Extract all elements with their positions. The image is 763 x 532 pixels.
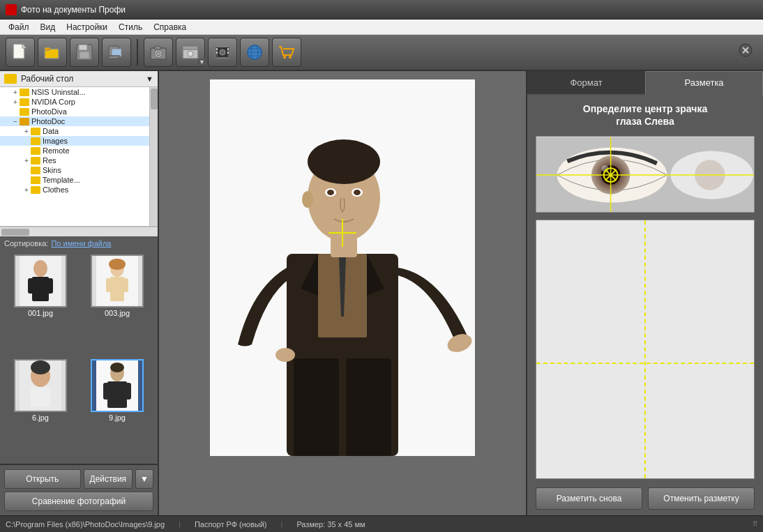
expand-nvidia[interactable]: + [11, 98, 20, 106]
toolbar-import-btn[interactable] [102, 38, 131, 67]
thumb-img-9[interactable] [91, 359, 144, 412]
svg-point-31 [289, 56, 292, 59]
tree-item-data[interactable]: + Data [0, 126, 158, 136]
tree-item-clothes[interactable]: + Clothes [0, 185, 158, 195]
toolbar-new-btn[interactable] [6, 38, 35, 67]
center-panel [159, 71, 526, 515]
tree-item-photodoc[interactable]: − PhotoDoc [0, 116, 158, 126]
thumb-img-003[interactable] [91, 254, 144, 307]
photo-dropdown[interactable]: ▼ [197, 59, 206, 66]
svg-rect-5 [79, 45, 87, 50]
tree-label-photodoc: PhotoDoc [31, 117, 65, 126]
folder-icon-photodiva [20, 108, 29, 116]
menu-settings[interactable]: Настройки [61, 21, 113, 33]
expand-nsis[interactable]: + [11, 89, 20, 96]
svg-rect-49 [31, 387, 50, 406]
right-title: Определите центр зрачкаглаза Слева [527, 96, 763, 132]
svg-point-12 [156, 52, 160, 56]
actions-dropdown-button[interactable]: ▼ [135, 469, 153, 489]
status-sep-1: | [179, 520, 181, 529]
expand-res[interactable]: + [22, 157, 31, 165]
main-layout: Рабочий стол ▼ + NSIS Uninstal... + NVID… [0, 71, 763, 515]
svg-point-69 [302, 191, 313, 208]
thumb-label-001: 001.jpg [28, 309, 53, 317]
folder-icon-skins [31, 167, 40, 174]
toolbar: ▼ [0, 35, 763, 71]
svg-rect-21 [216, 52, 218, 54]
right-panel: Формат Разметка Определите центр зрачкаг… [526, 71, 763, 515]
thumb-label-6: 6.jpg [32, 413, 49, 422]
expand-photodoc[interactable]: − [11, 118, 20, 126]
tree-label-photodiva: PhotoDiva [31, 107, 67, 116]
tree-scrollbar-v[interactable] [149, 87, 158, 226]
right-content: Определите центр зрачкаглаза Слева [527, 96, 763, 482]
toolbar-open-btn[interactable] [38, 38, 67, 67]
compare-button[interactable]: Сравнение фотографий [4, 492, 153, 511]
svg-rect-23 [227, 52, 229, 54]
tree-scrollbar-h[interactable] [0, 227, 158, 236]
photo-canvas[interactable] [210, 79, 475, 456]
thumb-item-001[interactable]: 001.jpg [4, 254, 77, 355]
thumb-img-6[interactable] [14, 359, 67, 412]
tree-item-res[interactable]: + Res [0, 155, 158, 165]
svg-rect-72 [346, 358, 391, 456]
svg-point-36 [33, 260, 47, 277]
toolbar-cart-btn[interactable] [272, 38, 301, 67]
svg-point-48 [31, 360, 50, 374]
tree-item-nsis[interactable]: + NSIS Uninstal... [0, 87, 158, 97]
toolbar-globe-btn[interactable] [240, 38, 269, 67]
right-lower-area[interactable] [536, 220, 755, 479]
menu-style[interactable]: Стиль [113, 21, 148, 33]
thumb-item-6[interactable]: 6.jpg [4, 359, 77, 459]
toolbar-camera-btn[interactable] [144, 38, 173, 67]
open-button[interactable]: Открыть [4, 469, 81, 489]
thumb-label-9: 9.jpg [109, 413, 126, 422]
toolbar-close-btn[interactable] [738, 43, 757, 62]
tree-dropdown-arrow[interactable]: ▼ [146, 75, 153, 83]
tree-label-skins: Skins [43, 166, 61, 174]
thumb-item-9[interactable]: 9.jpg [81, 359, 153, 459]
tree-item-skins[interactable]: Skins [0, 165, 158, 175]
tab-razmetka[interactable]: Разметка [645, 71, 763, 96]
tree-item-template[interactable]: Template... [0, 175, 158, 185]
menu-help[interactable]: Справка [148, 21, 192, 33]
tree-item-remote[interactable]: Remote [0, 146, 158, 155]
expand-clothes[interactable]: + [22, 186, 31, 194]
button-row-1: Открыть Действия ▼ [4, 469, 153, 489]
svg-rect-55 [126, 383, 131, 400]
svg-rect-54 [103, 383, 109, 400]
app-title: Фото на документы Профи [21, 5, 126, 15]
toolbar-save-btn[interactable] [70, 38, 99, 67]
file-tree-header: Рабочий стол ▼ [0, 71, 158, 87]
tree-label-nsis: NSIS Uninstal... [31, 88, 86, 96]
tree-item-nvidia[interactable]: + NVIDIA Corp [0, 97, 158, 107]
svg-point-73 [275, 348, 295, 362]
crosshair [328, 219, 356, 247]
remark-button[interactable]: Разметить снова [536, 487, 642, 510]
eye-image-area[interactable] [536, 136, 755, 213]
status-size: Размер: 35 x 45 мм [296, 520, 365, 529]
left-bottom-buttons: Открыть Действия ▼ Сравнение фотографий [0, 464, 158, 515]
thumb-item-003[interactable]: 003.jpg [81, 254, 153, 355]
svg-rect-3 [45, 47, 50, 50]
cancel-markup-button[interactable]: Отменить разметку [648, 487, 755, 510]
actions-button[interactable]: Действия [84, 469, 133, 489]
tree-item-images[interactable]: Images [0, 136, 158, 146]
tree-label-res: Res [43, 156, 56, 165]
tab-format[interactable]: Формат [527, 71, 645, 94]
svg-rect-44 [106, 278, 112, 292]
svg-rect-6 [80, 52, 89, 59]
svg-rect-38 [28, 278, 35, 294]
svg-rect-71 [294, 358, 339, 456]
expand-data[interactable]: + [22, 128, 31, 135]
menu-file[interactable]: Файл [3, 21, 35, 33]
menu-view[interactable]: Вид [35, 21, 61, 33]
svg-rect-43 [110, 277, 124, 301]
tree-item-photodiva[interactable]: PhotoDiva [0, 107, 158, 116]
toolbar-film-btn[interactable] [208, 38, 237, 67]
thumb-img-001[interactable] [14, 254, 67, 307]
tree-label-nvidia: NVIDIA Corp [31, 98, 75, 106]
svg-rect-15 [183, 46, 198, 50]
sort-link[interactable]: По имени файла [51, 239, 111, 248]
scrollbar-thumb-h[interactable] [1, 229, 29, 236]
